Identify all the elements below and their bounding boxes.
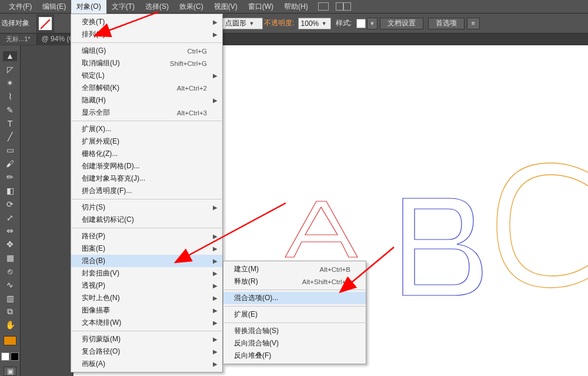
eyedropper-tool[interactable]: ⎋: [3, 267, 17, 277]
eraser-tool[interactable]: ◧: [3, 185, 17, 195]
blend_menu-item[interactable]: 扩展(E): [223, 308, 366, 321]
menu-file[interactable]: 文件(F): [4, 0, 37, 14]
menu-item-label: 切片(S): [82, 202, 207, 212]
width-tool[interactable]: ⇔: [3, 226, 17, 236]
scale-tool[interactable]: ⤢: [3, 212, 17, 222]
doc-setup-button[interactable]: 文档设置: [380, 18, 423, 29]
fg-color[interactable]: [1, 352, 9, 361]
object_menu-item[interactable]: 创建裁切标记(C): [71, 214, 222, 226]
submenu-arrow-icon: ▶: [213, 307, 218, 314]
rectangle-tool[interactable]: ▭: [3, 145, 17, 155]
menu-object[interactable]: 对象(O): [71, 0, 106, 14]
menu-item-label: 文本绕排(W): [82, 318, 207, 328]
object_menu-item[interactable]: 复合路径(O)▶: [71, 345, 222, 358]
rotate-tool[interactable]: ⟳: [3, 199, 17, 209]
blend_menu-item[interactable]: 替换混合轴(S): [223, 325, 366, 337]
object_menu-item[interactable]: 创建渐变网格(D)...: [71, 160, 222, 172]
submenu-arrow-icon: ▶: [213, 320, 218, 326]
object_menu-item[interactable]: 编组(G)Ctrl+G: [71, 45, 222, 57]
menu-type[interactable]: 文字(T): [106, 0, 140, 14]
blend_menu-item[interactable]: 反向堆叠(F): [223, 350, 366, 362]
object_menu-item[interactable]: 混合(B)▶: [71, 255, 222, 267]
column-graph-tool[interactable]: ▥: [3, 293, 17, 303]
menu-item-label: 画板(A): [82, 359, 207, 369]
paintbrush-tool[interactable]: 🖌: [3, 159, 17, 169]
menubar: 文件(F) 编辑(E) 对象(O) 文字(T) 选择(S) 效果(C) 视图(V…: [0, 0, 588, 14]
menu-item-label: 混合选项(O)...: [234, 293, 350, 303]
submenu-arrow-icon: ▶: [213, 361, 218, 367]
menu-separator: [224, 306, 365, 307]
gradient-tool[interactable]: ▦: [3, 253, 17, 263]
object_menu-item[interactable]: 文本绕排(W)▶: [71, 317, 222, 329]
blend_menu-item[interactable]: 建立(M)Alt+Ctrl+B: [223, 263, 366, 275]
object_menu-item[interactable]: 栅格化(Z)...: [71, 148, 222, 160]
object_menu-item[interactable]: 全部解锁(K)Alt+Ctrl+2: [71, 82, 222, 94]
screen-mode-button[interactable]: ▣: [4, 367, 16, 376]
object_menu-item[interactable]: 封套扭曲(V)▶: [71, 267, 222, 279]
menu-window[interactable]: 窗口(W): [243, 0, 279, 14]
submenu-arrow-icon: ▶: [213, 204, 218, 211]
fill-stroke-swatch[interactable]: [36, 15, 54, 32]
style-dropdown[interactable]: ▼: [367, 18, 377, 29]
magic-wand-tool[interactable]: ✶: [3, 78, 17, 88]
menu-view[interactable]: 视图(V): [209, 0, 243, 14]
fill-indicator[interactable]: [4, 336, 16, 345]
layout-icon[interactable]: [336, 2, 351, 11]
menu-item-shortcut: Shift+Ctrl+G: [170, 60, 207, 67]
object_menu-item[interactable]: 切片(S)▶: [71, 201, 222, 214]
style-label: 样式:: [336, 18, 352, 28]
type-tool[interactable]: T: [3, 118, 17, 128]
menu-help[interactable]: 帮助(H): [279, 0, 313, 14]
menu-item-label: 混合(B): [82, 256, 207, 266]
menu-separator: [224, 322, 365, 323]
select-label: 选择对象: [1, 18, 29, 28]
object_menu-item[interactable]: 取消编组(U)Shift+Ctrl+G: [71, 57, 222, 69]
free-transform-tool[interactable]: ✥: [3, 239, 17, 249]
object_menu-item[interactable]: 显示全部Alt+Ctrl+3: [71, 107, 222, 119]
object_menu-item[interactable]: 排列(A)▶: [71, 28, 222, 41]
menu-item-label: 隐藏(H): [82, 95, 207, 105]
hand-tool[interactable]: ✋: [3, 320, 17, 330]
object_menu-item[interactable]: 扩展(X)...: [71, 123, 222, 135]
object_menu-item[interactable]: 创建对象马赛克(J)...: [71, 172, 222, 185]
pen-tool[interactable]: ✎: [3, 105, 17, 115]
bg-color[interactable]: [11, 352, 19, 361]
prefs-button[interactable]: 首选项: [428, 18, 465, 29]
object_menu-item[interactable]: 图案(E)▶: [71, 242, 222, 255]
slice-tool[interactable]: ⧉: [3, 307, 17, 317]
menu-edit[interactable]: 编辑(E): [37, 0, 71, 14]
menu-select[interactable]: 选择(S): [140, 0, 174, 14]
blend-tool[interactable]: ∿: [3, 279, 17, 290]
style-swatch[interactable]: [356, 19, 366, 28]
blend_menu-item[interactable]: 混合选项(O)...: [223, 292, 366, 304]
menu-effect[interactable]: 效果(C): [174, 0, 209, 14]
object_menu-item[interactable]: 画板(A)▶: [71, 358, 222, 370]
object_menu-item[interactable]: 图像描摹▶: [71, 304, 222, 317]
line-tool[interactable]: ╱: [3, 132, 17, 142]
blend_menu-item[interactable]: 释放(R)Alt+Shift+Ctrl+B: [223, 275, 366, 288]
lasso-tool[interactable]: ⌇: [3, 92, 17, 102]
object_menu-item[interactable]: 隐藏(H)▶: [71, 94, 222, 107]
chevron-down-icon: ▼: [369, 21, 375, 26]
object_menu-item[interactable]: 透视(P)▶: [71, 279, 222, 292]
object_menu-item[interactable]: 实时上色(N)▶: [71, 292, 222, 304]
menu-separator: [72, 331, 222, 331]
object_menu-item[interactable]: 拼合透明度(F)...: [71, 185, 222, 197]
object_menu-item[interactable]: 剪切蒙版(M)▶: [71, 333, 222, 345]
doc-icon[interactable]: [318, 2, 329, 11]
prefs-menu-button[interactable]: ≡: [467, 18, 480, 29]
pencil-tool[interactable]: ✏: [3, 172, 17, 182]
direct-selection-tool[interactable]: ◸: [3, 65, 17, 75]
menu-item-label: 反向堆叠(F): [234, 351, 350, 361]
selection-tool[interactable]: ▲: [3, 51, 17, 61]
object_menu-item[interactable]: 变换(T)▶: [71, 16, 222, 28]
stroke-profile-dropdown[interactable]: 5 点圆形 ▼: [216, 18, 263, 29]
document-tab[interactable]: 无标...1*: [0, 34, 37, 45]
menu-separator: [72, 228, 222, 228]
object_menu-item[interactable]: 路径(P)▶: [71, 230, 222, 242]
blend_menu-item[interactable]: 反向混合轴(V): [223, 337, 366, 350]
object_menu-item[interactable]: 扩展外观(E): [71, 135, 222, 148]
object_menu-item[interactable]: 锁定(L)▶: [71, 69, 222, 82]
menu-item-label: 复合路径(O): [82, 347, 207, 357]
opacity-dropdown[interactable]: 100% ▼: [298, 18, 331, 29]
